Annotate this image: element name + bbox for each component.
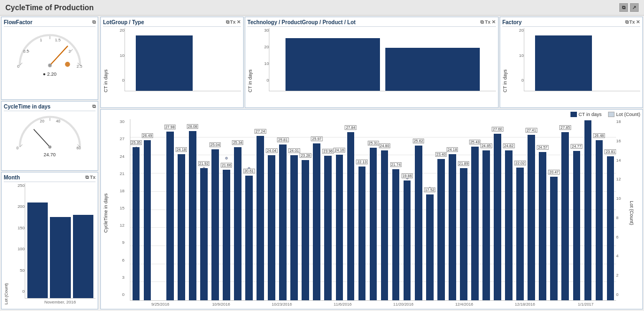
svg-point-14: [65, 62, 70, 67]
bar-label-14: 24.01: [288, 148, 300, 153]
bar-label-30: 25.43: [469, 140, 481, 144]
technology-filter-icon[interactable]: Tx: [485, 19, 491, 25]
bar-35: 27.41: [528, 135, 535, 300]
bar-group-24: 19.86: [401, 119, 413, 300]
cycletime-gauge-svg: 0 20 40 60: [7, 114, 93, 152]
bar-label-36: 24.57: [537, 145, 548, 150]
bar-label-23: 21.74: [390, 162, 402, 167]
chart-legend: CT in days Lot (Count): [103, 112, 640, 117]
bar-group-1: 26.49: [142, 119, 153, 300]
technology-header: Technology / ProductGroup / Product / Lo…: [247, 19, 496, 27]
factory-x-icon[interactable]: ✕: [636, 19, 640, 25]
bar-label-18: 24.16: [334, 148, 346, 153]
lotgroup-copy-icon[interactable]: ⧉: [226, 19, 229, 25]
svg-text:0: 0: [17, 64, 19, 69]
bar-22: 24.80: [381, 150, 389, 300]
bar-group-21: 25.31: [368, 119, 379, 300]
technology-x-icon[interactable]: ✕: [492, 19, 496, 25]
bar-10: 20.61: [245, 176, 253, 300]
technology-label: Technology / ProductGroup / Product / Lo…: [247, 19, 355, 25]
bar-37: 20.47: [550, 177, 558, 300]
copy-icon[interactable]: ⧉: [619, 3, 628, 12]
bar-23: 21.74: [392, 169, 400, 300]
factory-chart: CT in days 0 10 20: [502, 28, 640, 92]
bar-label-26: 17.52: [424, 187, 436, 192]
svg-point-13: [48, 64, 52, 67]
legend-lot-box: [608, 112, 614, 117]
month-bars-area: [25, 183, 96, 299]
bar-label-21: 25.31: [368, 141, 379, 146]
bar-27: 23.40: [437, 159, 445, 300]
lotgroup-label: LotGroup / Type: [103, 19, 144, 25]
bar-group-42: 23.81: [605, 119, 616, 300]
title-text: CycleTime of Production: [5, 3, 94, 12]
legend-ct-box: [570, 112, 577, 117]
bar-group-31: 24.85: [480, 119, 492, 300]
month-label: Month: [4, 175, 20, 180]
svg-text:2: 2: [68, 49, 70, 54]
technology-ct-label: CT in days: [247, 28, 253, 92]
bar-label-9: 25.34: [232, 140, 244, 145]
bar-7: 25.04: [211, 149, 219, 300]
bar-group-22: 24.80: [379, 119, 390, 300]
export-icon[interactable]: ↗: [630, 3, 639, 12]
bar-18: 24.16: [336, 155, 343, 300]
main-layout: FlowFactor ⧉ 0 0.5 1 1.5 2 2.5: [0, 16, 644, 310]
flow-factor-gauge-svg: 0 0.5 1 1.5 2 2.5: [10, 30, 90, 70]
month-filter-icon[interactable]: Tx: [90, 175, 96, 180]
svg-line-12: [50, 46, 68, 66]
bar-group-27: 23.40: [435, 119, 447, 300]
bar-39: 24.77: [573, 151, 581, 300]
bar-group-6: 21.92: [198, 119, 209, 300]
bar-3: 27.98: [166, 132, 174, 300]
bar-label-33: 24.82: [503, 143, 515, 148]
left-panel: FlowFactor ⧉ 0 0.5 1 1.5 2 2.5: [0, 16, 99, 310]
lotgroup-x-icon[interactable]: ✕: [237, 19, 241, 25]
bar-label-7: 25.04: [209, 142, 221, 147]
factory-copy-icon[interactable]: ⧉: [625, 19, 628, 25]
bar-group-14: 24.01: [289, 119, 300, 300]
factory-ct-label: CT in days: [502, 28, 508, 92]
bar-label-13: 25.81: [277, 138, 289, 142]
bar-group-38: 27.85: [560, 119, 571, 300]
technology-chart: CT in days 0 10 20 30: [247, 28, 496, 92]
right-area: LotGroup / Type ⧉ Tx ✕ CT in days 0 10 2…: [99, 16, 644, 310]
bar-label-0: 25.35: [130, 140, 142, 145]
bar-28: 24.18: [449, 154, 456, 300]
bar-group-13: 25.81: [277, 119, 289, 300]
lotgroup-y-ticks: 0 10 20: [111, 28, 125, 83]
right-y-label: Lot (Count): [629, 201, 634, 225]
main-chart-widget: CT in days Lot (Count) CycleTime in days…: [100, 109, 643, 309]
cycletime-header: CycleTime in days ⧉: [4, 104, 96, 111]
factory-y-ticks: 0 10 20: [510, 28, 524, 83]
bar-label-4: 24.18: [175, 147, 187, 152]
bar-group-30: 25.43: [469, 119, 480, 300]
legend-lot-label: Lot (Count): [616, 112, 640, 117]
technology-copy-icon[interactable]: ⧉: [480, 19, 484, 25]
lotgroup-bars: [125, 28, 241, 91]
bar-label-29: 21.89: [458, 161, 470, 166]
bar-group-7: 25.04: [209, 119, 221, 300]
flow-factor-widget: FlowFactor ⧉ 0 0.5 1 1.5 2 2.5: [1, 17, 98, 100]
factory-filter-icon[interactable]: Tx: [630, 19, 635, 25]
title-actions: ⧉ ↗: [619, 3, 639, 12]
bar-group-4: 24.18: [175, 119, 187, 300]
bar-label-8: 21.66: [221, 163, 232, 168]
month-bar-1: [27, 202, 48, 299]
bar-15: 23.28: [302, 160, 309, 301]
bar-17: 23.96: [324, 156, 332, 300]
dot-8: [225, 157, 228, 160]
bar-group-20: 22.13: [356, 119, 368, 300]
main-chart-inner: CycleTime in days 0 3 6 9 12 15 18 21 24…: [103, 119, 640, 307]
month-copy-icon[interactable]: ⧉: [85, 175, 89, 180]
bar-11: 27.24: [257, 136, 264, 300]
legend-ct: CT in days: [570, 112, 602, 117]
svg-text:0: 0: [16, 146, 18, 150]
lotgroup-filter-icon[interactable]: Tx: [230, 19, 236, 25]
flow-factor-copy-icon[interactable]: ⧉: [92, 19, 96, 25]
cycletime-copy-icon[interactable]: ⧉: [92, 104, 96, 110]
month-y-ticks: 0 50 100 150 200 250: [11, 183, 25, 294]
flow-factor-gauge: 0 0.5 1 1.5 2 2.5: [4, 28, 96, 82]
bar-group-15: 23.28: [300, 119, 311, 300]
bar-6: 21.92: [200, 168, 208, 300]
